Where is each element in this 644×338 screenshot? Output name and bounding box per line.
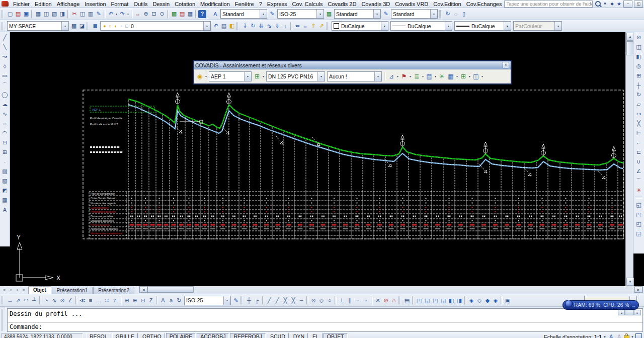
fillet-icon[interactable]: ⌒ <box>634 177 643 185</box>
lock-icon[interactable] <box>624 335 629 338</box>
plot-preview-icon[interactable]: ◫ <box>42 10 50 18</box>
snap-tangent-icon[interactable]: ○ <box>326 296 334 304</box>
dim-style-manager-icon[interactable]: ✎ <box>232 296 240 304</box>
markup-set-manager-icon[interactable]: ▤ <box>178 10 186 18</box>
scroll-left-button[interactable]: ◀ <box>618 310 625 315</box>
listing-icon[interactable]: ≣ <box>412 72 421 81</box>
snap-from-icon[interactable]: ┌ <box>253 296 261 304</box>
dim-ordinate-icon[interactable]: ┴ <box>30 296 38 304</box>
view-ne-iso-icon[interactable]: ◆ <box>484 296 492 304</box>
menu-covadis-2d[interactable]: Covadis 2D <box>326 0 359 8</box>
drawing-canvas[interactable]: Plan de comparaisonCotes Terrain Naturel… <box>0 32 644 286</box>
menu-cov-calculs[interactable]: Cov. Calculs <box>290 0 326 8</box>
tab-last-icon[interactable]: » <box>21 287 27 293</box>
cut-icon[interactable]: ✂ <box>70 10 78 18</box>
blocks-3d-icon[interactable]: ◫ <box>471 72 480 81</box>
menu-edition[interactable]: Edition <box>32 0 54 8</box>
view-left-icon[interactable]: ◰ <box>431 296 439 304</box>
tool-palettes-icon[interactable]: ▯ <box>460 10 468 18</box>
view-right-icon[interactable]: ◲ <box>439 296 447 304</box>
undo-icon[interactable]: ↶ <box>107 10 115 18</box>
toggle-grille[interactable]: GRILLE <box>112 333 138 338</box>
move-icon[interactable]: ┼ <box>634 81 643 90</box>
layer-on-icon[interactable]: ● <box>102 23 107 29</box>
restore-button[interactable]: ◱ <box>634 1 643 8</box>
dim-tolerance-icon[interactable]: ⊞ <box>123 296 131 304</box>
array-icon[interactable]: ⊞ <box>634 71 643 80</box>
scroll-down-button[interactable]: ▼ <box>626 278 634 286</box>
table-icon[interactable]: ▦ <box>1 196 9 204</box>
layer-lock-icon[interactable]: ◐ <box>113 23 118 29</box>
clean-screen-icon[interactable] <box>635 333 642 338</box>
construction-line-icon[interactable]: ╲ <box>1 43 9 51</box>
snap-parallel-icon[interactable]: ∥ <box>346 296 354 304</box>
menu-outils[interactable]: Outils <box>131 0 150 8</box>
profile-draw-icon[interactable]: ⊿ <box>387 72 396 81</box>
join-icon[interactable]: ∪ <box>634 157 643 166</box>
annotate-flag-dropdown[interactable]: ▼ <box>409 75 412 78</box>
copy-clip-icon[interactable]: ◫ <box>78 10 87 18</box>
tab-présentation2[interactable]: Présentation2 <box>93 287 134 294</box>
annotation-scale-dropdown-icon[interactable]: ▼ <box>603 335 606 338</box>
snap-apparent-intersection-icon[interactable]: ╳ <box>289 296 297 304</box>
scrollbar-thumb[interactable] <box>625 310 634 315</box>
network-visibility-icon[interactable]: ◉ <box>195 72 204 81</box>
polyline-icon[interactable]: ↝ <box>1 52 9 61</box>
publish-icon[interactable]: ▧ <box>50 10 58 18</box>
dim-style-icon[interactable]: ✎ <box>268 10 276 18</box>
covadis-option-combo[interactable]: Aucun !▼ <box>327 71 382 81</box>
toolbar-grip[interactable] <box>207 10 210 18</box>
menu-fen-tre[interactable]: Fenêtre <box>232 0 257 8</box>
layer-plot-icon[interactable]: ▫ <box>119 23 124 29</box>
zoom-previous-icon[interactable]: ⊙ <box>158 10 166 18</box>
line-icon[interactable]: ╱ <box>1 33 9 42</box>
view-top-icon[interactable]: ◳ <box>415 296 423 304</box>
named-views-icon[interactable]: ▤ <box>403 296 411 304</box>
covadis-pipe-combo[interactable]: DN 125 PVC PN16▼ <box>266 71 325 81</box>
linetype-combo[interactable]: DuCalque▼ <box>390 21 452 31</box>
dim-edit-icon[interactable]: A <box>159 296 167 304</box>
polygon-icon[interactable]: ◊ <box>1 62 9 70</box>
menu-covadis-vrd[interactable]: Covadis VRD <box>392 0 431 8</box>
tab-présentation1[interactable]: Présentation1 <box>52 287 93 294</box>
annotation-visibility-icon[interactable]: A <box>608 333 614 338</box>
ram-cpu-monitor[interactable]: RAM: 69 % CPU: 26 % → <box>562 300 639 310</box>
menu-covadis-3d[interactable]: Covadis 3D <box>359 0 392 8</box>
layer-color-icon[interactable]: □ <box>124 23 129 29</box>
redo-icon[interactable]: ↷ <box>118 10 126 18</box>
toolbar-grip[interactable] <box>326 22 329 30</box>
open-icon[interactable]: ▤ <box>14 10 22 18</box>
dim-center-mark-icon[interactable]: ⊕ <box>131 296 139 304</box>
layer-states-icon[interactable]: ▤ <box>220 22 228 30</box>
settings-gear-icon[interactable]: ✳ <box>437 72 446 81</box>
text-style-combo[interactable]: Standard▼ <box>220 9 267 19</box>
plot-icon[interactable]: ▦ <box>34 10 42 18</box>
dim-diameter-icon[interactable]: ⊘ <box>58 296 66 304</box>
gradient-icon[interactable]: ▧ <box>1 177 9 185</box>
dim-arc-icon[interactable]: ◠ <box>22 296 30 304</box>
spline-icon[interactable]: ∿ <box>1 110 9 118</box>
blocks-3d-dropdown[interactable]: ▼ <box>480 75 484 78</box>
circle-icon[interactable]: ◯ <box>1 91 9 99</box>
view-se-iso-icon[interactable]: ◇ <box>475 296 484 304</box>
dim-style-combo-2[interactable]: ISO-25▼ <box>184 296 231 305</box>
menu-modification[interactable]: Modification <box>198 0 232 8</box>
menu-affichage[interactable]: Affichage <box>54 0 83 8</box>
lineweight-combo[interactable]: DuCalque▼ <box>454 21 511 31</box>
snap-extension-icon[interactable]: ┄ <box>297 296 305 304</box>
snap-intersection-icon[interactable]: ╳ <box>281 296 289 304</box>
make-block-icon[interactable]: ⊞ <box>1 148 9 156</box>
search-dropdown-icon[interactable]: ▼ <box>602 2 608 6</box>
layer-delete-icon[interactable]: ⇗ <box>317 22 326 30</box>
command-window-grip[interactable] <box>1 309 6 331</box>
view-front-icon[interactable]: ◧ <box>447 296 455 304</box>
dim-inspect-icon[interactable]: ⊡ <box>139 296 147 304</box>
menu-cov-edition[interactable]: Cov.Edition <box>431 0 463 8</box>
horizontal-scrollbar[interactable]: ◀ ▶ <box>139 286 643 293</box>
layer-isolate-icon[interactable]: ◧ <box>228 22 236 30</box>
dim-update-icon[interactable]: ↻ <box>175 296 183 304</box>
layer-copy-new-icon[interactable]: ⇊ <box>257 22 265 30</box>
video-export-icon[interactable]: ▦ <box>446 72 455 81</box>
text-style-icon[interactable]: A <box>211 10 219 18</box>
osnap-settings-icon[interactable]: ∩ <box>390 296 398 304</box>
